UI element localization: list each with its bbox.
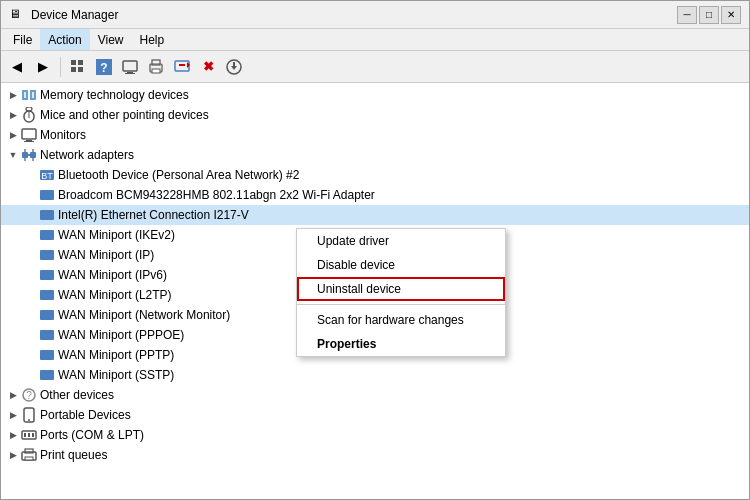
expand-placeholder xyxy=(23,327,39,343)
item-label: Bluetooth Device (Personal Area Network)… xyxy=(58,168,299,182)
category-icon xyxy=(21,127,37,143)
expand-icon[interactable]: ▶ xyxy=(5,87,21,103)
list-item[interactable]: ▶ Memory technology devices xyxy=(1,85,749,105)
device-icon xyxy=(39,207,55,223)
minimize-button[interactable]: ─ xyxy=(677,6,697,24)
svg-point-50 xyxy=(28,419,30,421)
device-icon xyxy=(39,367,55,383)
svg-rect-17 xyxy=(233,62,235,66)
svg-rect-3 xyxy=(78,67,83,72)
category-icon xyxy=(21,87,37,103)
expand-placeholder xyxy=(23,247,39,263)
item-label: Other devices xyxy=(40,388,114,402)
svg-rect-40 xyxy=(40,250,54,260)
device-manager-window: 🖥 Device Manager ─ □ ✕ File Action View … xyxy=(0,0,750,500)
svg-rect-38 xyxy=(40,210,54,220)
toolbar-print-icon[interactable] xyxy=(144,55,168,79)
list-item[interactable]: ▶ Print queues xyxy=(1,445,749,465)
context-menu-update-driver[interactable]: Update driver xyxy=(297,229,505,253)
expand-icon[interactable]: ▶ xyxy=(5,127,21,143)
svg-rect-43 xyxy=(40,310,54,320)
svg-rect-37 xyxy=(40,190,54,200)
svg-rect-39 xyxy=(40,230,54,240)
list-item[interactable]: ▼ Network adapters xyxy=(1,145,749,165)
svg-rect-20 xyxy=(24,92,26,98)
item-label: Ports (COM & LPT) xyxy=(40,428,144,442)
toolbar-uninstall-icon[interactable] xyxy=(170,55,194,79)
list-item[interactable]: ▶ Ports (COM & LPT) xyxy=(1,425,749,445)
expand-icon[interactable]: ▶ xyxy=(5,407,21,423)
list-item[interactable]: ▶ Mice and other pointing devices xyxy=(1,105,749,125)
context-menu-scan-hardware[interactable]: Scan for hardware changes xyxy=(297,308,505,332)
svg-rect-0 xyxy=(71,60,76,65)
toolbar-remove-icon[interactable]: ✖ xyxy=(196,55,220,79)
svg-rect-1 xyxy=(78,60,83,65)
svg-rect-25 xyxy=(22,129,36,139)
svg-rect-45 xyxy=(40,350,54,360)
context-menu-uninstall-device[interactable]: Uninstall device xyxy=(297,277,505,301)
expand-placeholder xyxy=(23,207,39,223)
expand-icon[interactable]: ▶ xyxy=(5,107,21,123)
toolbar-help-qmark[interactable]: ? xyxy=(92,55,116,79)
item-label: WAN Miniport (IKEv2) xyxy=(58,228,175,242)
toolbar-sep-1 xyxy=(60,57,61,77)
expand-icon[interactable]: ▼ xyxy=(5,147,21,163)
item-label: Memory technology devices xyxy=(40,88,189,102)
menu-file[interactable]: File xyxy=(5,29,40,50)
item-label: Portable Devices xyxy=(40,408,131,422)
maximize-button[interactable]: □ xyxy=(699,6,719,24)
item-label: Print queues xyxy=(40,448,107,462)
svg-rect-41 xyxy=(40,270,54,280)
title-bar: 🖥 Device Manager ─ □ ✕ xyxy=(1,1,749,29)
list-item[interactable]: BT Bluetooth Device (Personal Area Netwo… xyxy=(1,165,749,185)
close-button[interactable]: ✕ xyxy=(721,6,741,24)
toolbar-forward[interactable]: ▶ xyxy=(31,55,55,79)
expand-icon[interactable]: ▶ xyxy=(5,387,21,403)
expand-icon[interactable]: ▶ xyxy=(5,427,21,443)
menu-view[interactable]: View xyxy=(90,29,132,50)
category-icon xyxy=(21,427,37,443)
toolbar-properties-grid[interactable] xyxy=(66,55,90,79)
menu-help[interactable]: Help xyxy=(132,29,173,50)
toolbar-back[interactable]: ◀ xyxy=(5,55,29,79)
list-item[interactable]: Intel(R) Ethernet Connection I217-V xyxy=(1,205,749,225)
item-label: Monitors xyxy=(40,128,86,142)
svg-rect-11 xyxy=(152,69,160,73)
svg-point-24 xyxy=(26,107,32,111)
svg-rect-46 xyxy=(40,370,54,380)
list-item[interactable]: ▶ Portable Devices xyxy=(1,405,749,425)
list-item[interactable]: ▶ ? Other devices xyxy=(1,385,749,405)
expand-placeholder xyxy=(23,187,39,203)
toolbar-download-icon[interactable] xyxy=(222,55,246,79)
expand-icon[interactable]: ▶ xyxy=(5,447,21,463)
svg-rect-2 xyxy=(71,67,76,72)
svg-rect-8 xyxy=(125,73,135,74)
svg-rect-52 xyxy=(24,433,26,437)
list-item[interactable]: WAN Miniport (SSTP) xyxy=(1,365,749,385)
toolbar-device-icon[interactable] xyxy=(118,55,142,79)
svg-text:?: ? xyxy=(26,390,32,401)
expand-placeholder xyxy=(23,367,39,383)
context-menu-disable-device[interactable]: Disable device xyxy=(297,253,505,277)
svg-text:?: ? xyxy=(100,61,107,75)
item-label: Broadcom BCM943228HMB 802.11abgn 2x2 Wi-… xyxy=(58,188,375,202)
toolbar: ◀ ▶ ? xyxy=(1,51,749,83)
content-area: ▶ Memory technology devices ▶ Mice and o… xyxy=(1,83,749,499)
category-icon xyxy=(21,147,37,163)
item-label: WAN Miniport (Network Monitor) xyxy=(58,308,230,322)
item-label: WAN Miniport (PPPOE) xyxy=(58,328,184,342)
menu-action[interactable]: Action xyxy=(40,29,89,50)
svg-rect-53 xyxy=(28,433,30,437)
context-menu-properties[interactable]: Properties xyxy=(297,332,505,356)
device-icon xyxy=(39,267,55,283)
item-label: Network adapters xyxy=(40,148,134,162)
svg-rect-21 xyxy=(32,92,34,98)
list-item[interactable]: ▶ Monitors xyxy=(1,125,749,145)
item-label: Intel(R) Ethernet Connection I217-V xyxy=(58,208,249,222)
list-item[interactable]: Broadcom BCM943228HMB 802.11abgn 2x2 Wi-… xyxy=(1,185,749,205)
svg-text:BT: BT xyxy=(41,171,53,181)
svg-rect-42 xyxy=(40,290,54,300)
svg-rect-44 xyxy=(40,330,54,340)
expand-placeholder xyxy=(23,167,39,183)
item-label: WAN Miniport (IPv6) xyxy=(58,268,167,282)
